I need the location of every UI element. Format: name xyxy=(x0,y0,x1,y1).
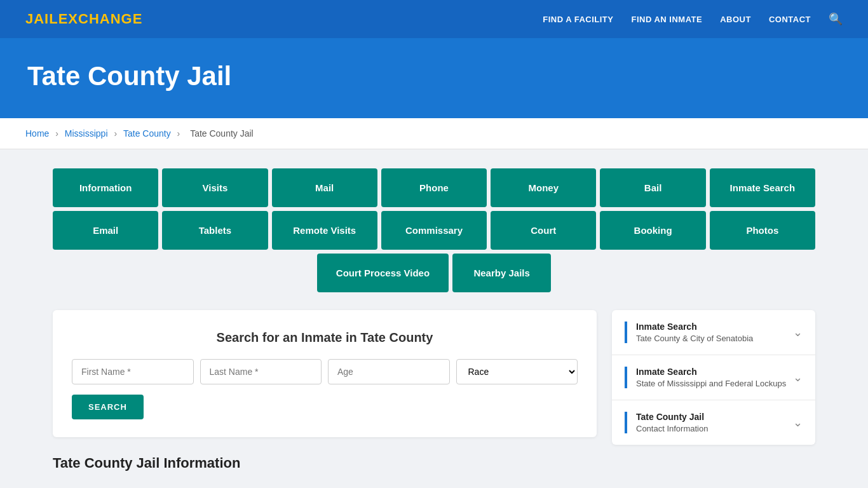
logo-part1: JAIL xyxy=(25,11,58,27)
nav-search-icon[interactable]: 🔍 xyxy=(829,12,843,26)
age-input[interactable] xyxy=(328,359,450,384)
logo[interactable]: JAILEXCHANGE xyxy=(25,11,142,27)
btn-court[interactable]: Court xyxy=(491,211,596,250)
btn-phone[interactable]: Phone xyxy=(381,168,487,207)
sidebar: Inmate Search Tate County & City of Sena… xyxy=(612,310,815,445)
logo-exchange: EXCHANGE xyxy=(58,11,143,27)
nav-find-inmate[interactable]: FIND AN INMATE xyxy=(631,13,702,25)
breadcrumb-tate-county[interactable]: Tate County xyxy=(123,128,171,139)
btn-remote-visits[interactable]: Remote Visits xyxy=(272,211,377,250)
sidebar-item-contact-info[interactable]: Tate County Jail Contact Information ⌄ xyxy=(612,400,815,445)
nav-find-facility[interactable]: FIND A FACILITY xyxy=(543,13,613,25)
btn-nearby-jails[interactable]: Nearby Jails xyxy=(452,254,551,292)
button-row-2: Email Tablets Remote Visits Commissary C… xyxy=(53,211,815,250)
breadcrumb: Home › Mississippi › Tate County › Tate … xyxy=(0,118,868,149)
btn-booking[interactable]: Booking xyxy=(600,211,705,250)
btn-bail[interactable]: Bail xyxy=(600,168,705,207)
breadcrumb-sep2: › xyxy=(114,128,119,139)
chevron-down-icon-2: ⌄ xyxy=(793,370,803,384)
btn-visits[interactable]: Visits xyxy=(162,168,268,207)
btn-tablets[interactable]: Tablets xyxy=(162,211,268,250)
btn-inmate-search[interactable]: Inmate Search xyxy=(710,168,815,207)
search-panel: Search for an Inmate in Tate County Race… xyxy=(53,310,597,437)
sidebar-item-subtitle-2: State of Mississippi and Federal Lockups xyxy=(636,379,786,388)
first-name-input[interactable] xyxy=(72,359,194,384)
button-row-1: Information Visits Mail Phone Money Bail… xyxy=(53,168,815,207)
main-wrapper: Information Visits Mail Phone Money Bail… xyxy=(27,149,841,488)
navbar: JAILEXCHANGE FIND A FACILITY FIND AN INM… xyxy=(0,0,868,38)
breadcrumb-current: Tate County Jail xyxy=(190,128,254,139)
page-title: Tate County Jail xyxy=(27,61,841,92)
search-title: Search for an Inmate in Tate County xyxy=(72,330,578,345)
hero-banner: Tate County Jail xyxy=(0,38,868,118)
sidebar-item-inmate-search-state[interactable]: Inmate Search State of Mississippi and F… xyxy=(612,355,815,400)
content-area: Search for an Inmate in Tate County Race… xyxy=(53,310,815,471)
search-button[interactable]: SEARCH xyxy=(72,395,144,419)
sidebar-item-title-2: Inmate Search xyxy=(636,367,786,377)
race-select[interactable]: Race White Black Hispanic Asian Other xyxy=(456,359,578,384)
left-column: Search for an Inmate in Tate County Race… xyxy=(53,310,597,471)
btn-photos[interactable]: Photos xyxy=(710,211,815,250)
btn-commissary[interactable]: Commissary xyxy=(381,211,487,250)
sidebar-item-subtitle-1: Tate County & City of Senatobia xyxy=(636,334,753,343)
sidebar-item-subtitle-3: Contact Information xyxy=(636,424,708,433)
search-fields: Race White Black Hispanic Asian Other xyxy=(72,359,578,384)
sidebar-item-inmate-search-tate[interactable]: Inmate Search Tate County & City of Sena… xyxy=(612,310,815,355)
btn-mail[interactable]: Mail xyxy=(272,168,377,207)
btn-information[interactable]: Information xyxy=(53,168,158,207)
info-section: Tate County Jail Information xyxy=(53,437,597,471)
last-name-input[interactable] xyxy=(200,359,322,384)
breadcrumb-home[interactable]: Home xyxy=(25,128,49,139)
btn-court-process-video[interactable]: Court Process Video xyxy=(317,254,449,292)
breadcrumb-sep1: › xyxy=(55,128,61,139)
info-title: Tate County Jail Information xyxy=(53,455,597,471)
breadcrumb-sep3: › xyxy=(177,128,183,139)
sidebar-item-title-1: Inmate Search xyxy=(636,322,753,332)
btn-money[interactable]: Money xyxy=(491,168,596,207)
sidebar-item-title-3: Tate County Jail xyxy=(636,412,708,422)
nav-contact[interactable]: CONTACT xyxy=(769,13,811,25)
nav-about[interactable]: ABOUT xyxy=(720,13,751,25)
button-row-3: Court Process Video Nearby Jails xyxy=(53,254,815,292)
nav-links: FIND A FACILITY FIND AN INMATE ABOUT CON… xyxy=(543,12,843,26)
btn-email[interactable]: Email xyxy=(53,211,158,250)
chevron-down-icon-3: ⌄ xyxy=(793,416,803,430)
chevron-down-icon-1: ⌄ xyxy=(793,325,803,339)
breadcrumb-mississippi[interactable]: Mississippi xyxy=(65,128,108,139)
